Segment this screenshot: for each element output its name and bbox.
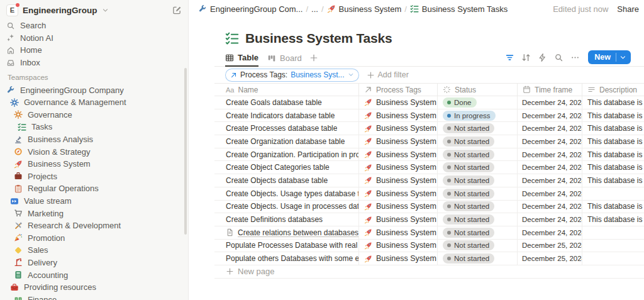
sidebar-item-home[interactable]: Home <box>0 44 188 57</box>
filter-pill-process-tags[interactable]: Process Tags: Business Syst... <box>225 69 359 82</box>
add-filter-button[interactable]: Add filter <box>367 70 409 79</box>
column-header-process-tags[interactable]: Process Tags <box>359 84 438 96</box>
cell-description[interactable] <box>582 252 644 265</box>
cell-name[interactable]: Create Objects. Usage in processes datab… <box>214 201 359 213</box>
cell-name[interactable]: Create Objects. Usage types database tab… <box>214 187 359 200</box>
breadcrumb-item-ellipsis[interactable]: ... <box>309 3 321 15</box>
cell-name[interactable]: Populate Processes Database with real bu… <box>214 240 359 252</box>
sidebar-item-providing-resources[interactable]: Providing resources <box>0 281 188 294</box>
cell-status[interactable]: Not started <box>438 187 518 200</box>
cell-name[interactable]: Create Organization. Participation in pr… <box>214 148 359 161</box>
cell-name[interactable]: Create Indicators database table <box>214 109 359 122</box>
cell-status[interactable]: Not started <box>438 122 518 135</box>
sidebar-item-governance-management[interactable]: Governance & Management <box>0 96 188 109</box>
cell-time-frame[interactable]: December 24, 2024 <box>518 161 582 174</box>
new-page-button[interactable]: New page <box>214 265 644 279</box>
cell-process-tags[interactable]: Business System <box>359 148 438 161</box>
cell-name[interactable]: Create Organization database table <box>214 135 359 148</box>
column-header-name[interactable]: AaName <box>214 84 359 96</box>
cell-time-frame[interactable]: December 24, 2024 <box>518 201 582 213</box>
cell-status[interactable]: Not started <box>438 201 518 213</box>
cell-time-frame[interactable]: December 24, 2024 <box>518 148 582 161</box>
cell-status[interactable]: Not started <box>438 226 518 239</box>
cell-status[interactable]: Done <box>438 96 518 109</box>
cell-time-frame[interactable]: December 24, 2024 <box>518 187 582 200</box>
workspace-switcher[interactable]: E EngineeringGroup <box>0 3 188 17</box>
cell-description[interactable]: This database is designe <box>582 109 644 122</box>
sidebar-item-notion-ai[interactable]: Notion AI <box>0 32 188 45</box>
cell-description[interactable]: This database is designe <box>582 135 644 148</box>
sidebar-item-value-stream[interactable]: Value stream <box>0 195 188 208</box>
cell-name[interactable]: Create Goals database table <box>214 96 359 109</box>
sidebar-item-delivery[interactable]: Delivery <box>0 257 188 269</box>
sidebar-item-governance[interactable]: Governance <box>0 109 188 121</box>
cell-status[interactable]: Not started <box>438 135 518 148</box>
cell-process-tags[interactable]: Business System <box>359 174 438 187</box>
sidebar-item-search[interactable]: Search <box>0 19 188 32</box>
cell-description[interactable]: This database is designe <box>582 213 644 226</box>
cell-name[interactable]: Create Definitions databases <box>214 213 359 226</box>
cell-description[interactable] <box>582 226 644 239</box>
cell-status[interactable]: Not started <box>438 252 518 265</box>
sidebar-item-accounting[interactable]: Accounting <box>0 269 188 281</box>
cell-time-frame[interactable]: December 25, 2024 <box>518 252 582 265</box>
cell-process-tags[interactable]: Business System <box>359 109 438 122</box>
more-options-icon[interactable] <box>570 53 580 62</box>
sidebar-item-research-development[interactable]: Research & Development <box>0 219 188 232</box>
sort-icon[interactable] <box>521 53 531 62</box>
add-view-button[interactable] <box>309 53 318 62</box>
sidebar-item-projects[interactable]: Projects <box>0 170 188 183</box>
cell-status[interactable]: Not started <box>438 240 518 252</box>
cell-time-frame[interactable]: December 24, 2024 <box>518 96 582 109</box>
new-button[interactable]: New <box>588 50 631 64</box>
table-row[interactable]: Create Definitions databasesBusiness Sys… <box>214 213 644 226</box>
cell-process-tags[interactable]: Business System <box>359 201 438 213</box>
cell-description[interactable] <box>582 240 644 252</box>
cell-description[interactable]: This database is designe <box>582 122 644 135</box>
cell-time-frame[interactable]: December 24, 2024 <box>518 226 582 239</box>
cell-description[interactable]: This database is designe <box>582 96 644 109</box>
tab-table[interactable]: Table <box>225 53 258 67</box>
cell-time-frame[interactable]: December 24, 2024 <box>518 174 582 187</box>
cell-status[interactable]: Not started <box>438 161 518 174</box>
table-row[interactable]: Create Goals database tableBusiness Syst… <box>214 96 644 109</box>
sidebar-scrollbar[interactable] <box>184 68 187 235</box>
table-row[interactable]: Create Objects database tableBusiness Sy… <box>214 174 644 187</box>
breadcrumb-item-business-system-tasks[interactable]: Business System Tasks <box>408 3 510 15</box>
cell-status[interactable]: In progress <box>438 109 518 122</box>
cell-name[interactable]: Create Processes database table <box>214 122 359 135</box>
table-row[interactable]: Create Processes database tableBusiness … <box>214 122 644 135</box>
cell-process-tags[interactable]: Business System <box>359 226 438 239</box>
cell-process-tags[interactable]: Business System <box>359 122 438 135</box>
cell-process-tags[interactable]: Business System <box>359 252 438 265</box>
cell-process-tags[interactable]: Business System <box>359 161 438 174</box>
cell-status[interactable]: Not started <box>438 174 518 187</box>
cell-process-tags[interactable]: Business System <box>359 187 438 200</box>
cell-time-frame[interactable]: December 24, 2024 <box>518 109 582 122</box>
table-row[interactable]: Create Objects. Usage types database tab… <box>214 187 644 201</box>
filter-icon[interactable] <box>505 53 514 62</box>
cell-status[interactable]: Not started <box>438 148 518 161</box>
cell-name[interactable]: Create Objects database table <box>214 174 359 187</box>
cell-description[interactable]: This database is designe <box>582 201 644 213</box>
cell-name[interactable]: Create relations between databases <box>214 226 359 239</box>
cell-process-tags[interactable]: Business System <box>359 96 438 109</box>
cell-time-frame[interactable]: December 24, 2024 <box>518 122 582 135</box>
table-row[interactable]: Create Objects. Usage in processes datab… <box>214 201 644 214</box>
search-icon[interactable] <box>554 53 564 62</box>
new-button-label[interactable]: New <box>588 53 616 62</box>
table-row[interactable]: Create relations between databasesBusine… <box>214 226 644 240</box>
cell-status[interactable]: Not started <box>438 213 518 226</box>
cell-process-tags[interactable]: Business System <box>359 213 438 226</box>
cell-process-tags[interactable]: Business System <box>359 240 438 252</box>
compose-icon[interactable] <box>172 6 182 15</box>
sidebar-item-finance[interactable]: Finance <box>0 293 188 300</box>
column-header-time-frame[interactable]: Time frame <box>518 84 582 96</box>
breadcrumb-item-engineeringgroup-com[interactable]: EngineeringGroup Com... <box>196 3 305 15</box>
column-header-status[interactable]: Status <box>438 84 518 96</box>
new-dropdown-chevron[interactable] <box>619 54 626 61</box>
cell-time-frame[interactable]: December 24, 2024 <box>518 213 582 226</box>
sidebar-item-promotion[interactable]: Promotion <box>0 232 188 245</box>
table-row[interactable]: Populate Processes Database with real bu… <box>214 240 644 253</box>
sidebar-item-tasks[interactable]: Tasks <box>0 121 188 133</box>
